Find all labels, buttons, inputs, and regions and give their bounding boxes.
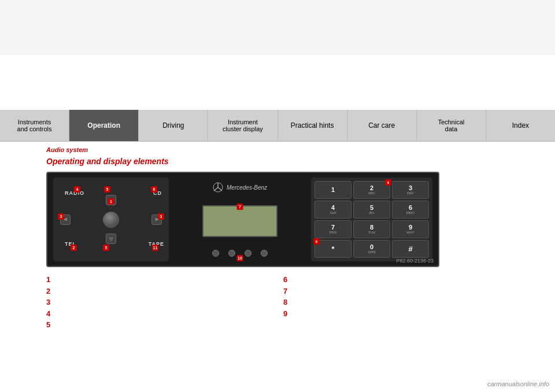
left-control-panel: RADIO CD TEL TAPE 4 5 6 ▲ ▽ 1 ⊲ 3 [53,177,169,261]
key-3[interactable]: 3 DEF [392,181,429,199]
svg-line-3 [218,187,222,191]
dot-button-row: 10 [212,250,268,257]
legend-item-6: 6 [283,275,509,284]
dot-button-3[interactable] [245,250,251,257]
badge-6: 6 [151,186,157,193]
section-heading: Operating and display elements [46,157,509,166]
display-screen: 7 [202,205,278,237]
brand-name: Mercedes-Benz [227,184,267,191]
nav-driving[interactable]: Driving [139,110,208,141]
badge-4: 4 [74,186,80,193]
key-5[interactable]: 5 JKL [353,201,390,219]
badge-1: 1 [108,198,114,205]
legend-item-8: 8 [283,298,509,307]
key-1[interactable]: 1 [314,181,352,199]
badge-7: 7 [237,204,243,210]
badge-11: 11 [152,245,158,251]
legend-item-7: 7 [283,287,509,296]
key-2[interactable]: 8 2 ABC [353,181,390,199]
key-4[interactable]: 4 GHI [314,201,352,219]
badge-9: 9 [313,238,320,245]
dot-button-4[interactable] [261,250,268,257]
numpad-panel: 1 8 2 ABC 3 DEF 4 GHI 5 JKL 6 [311,177,432,261]
site-logo: carmanualsonline.info [487,380,549,387]
nav-operation[interactable]: Operation [69,110,139,141]
key-8[interactable]: 8 TUV [353,220,390,238]
legend-item-5: 5 [46,320,272,330]
mercedes-star-icon [213,182,223,193]
breadcrumb: Audio system [46,146,509,153]
legend-left: 1 2 3 4 5 [46,275,272,332]
image-reference: P82.60-2136-23 [396,258,434,264]
key-0[interactable]: 0 OPR [353,240,390,258]
svg-line-2 [214,187,218,191]
nav-instrument-cluster[interactable]: Instrument cluster display [208,110,278,141]
nav-car-care[interactable]: Car care [347,110,417,141]
badge-3-left: 3 [58,213,64,220]
badge-10: 10 [237,255,243,261]
nav-index[interactable]: Index [486,110,555,141]
key-6[interactable]: 6 MNO [392,201,429,219]
badge-5: 5 [104,186,110,193]
key-hash[interactable]: # [392,240,429,258]
nav-instruments[interactable]: Instruments and controls [0,110,69,141]
legend-item-3: 3 [46,298,272,307]
dot-button-2[interactable] [228,250,235,257]
legend-item-1: 1 [46,275,272,284]
legend-container: 1 2 3 4 5 6 [46,275,509,332]
nav-practical-hints[interactable]: Practical hints [278,110,347,141]
badge-5b: 5 [103,245,109,251]
radio-unit-image: RADIO CD TEL TAPE 4 5 6 ▲ ▽ 1 ⊲ 3 [46,172,439,267]
badge-8: 8 [385,179,391,186]
key-7[interactable]: 7 PRS [314,220,352,238]
center-knob[interactable]: 1 [91,199,131,240]
legend-item-4: 4 [46,309,272,319]
dot-button-1[interactable] [212,250,219,257]
legend-item-2: 2 [46,287,272,296]
badge-2: 2 [71,245,77,251]
key-star[interactable]: 9 * [314,240,352,258]
key-9[interactable]: 9 WXY [392,220,429,238]
navigation-bar: Instruments and controls Operation Drivi… [0,110,555,142]
nav-technical-data[interactable]: Technical data [417,110,486,141]
middle-panel: Mercedes-Benz 7 10 [169,177,311,261]
knob-dial[interactable] [103,212,119,228]
badge-3-right: 3 [158,213,164,220]
top-space [0,0,555,55]
legend-item-9: 9 [283,309,509,319]
legend-right: 6 7 8 9 [283,275,509,332]
brand-logo-area: Mercedes-Benz [213,182,267,193]
page-content: Audio system Operating and display eleme… [0,142,555,338]
